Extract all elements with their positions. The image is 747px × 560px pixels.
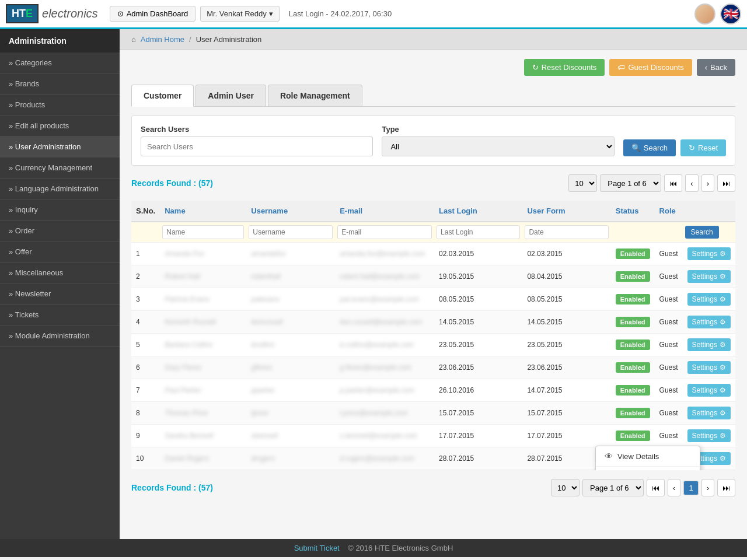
records-bar-bottom: Records Found : (57) 10 25 50 Page 1 of … bbox=[131, 476, 735, 499]
cell-settings: Settings ⚙ bbox=[683, 356, 735, 379]
search-type-select[interactable]: All Customer Guest bbox=[382, 136, 614, 156]
cell-sno: 10 bbox=[131, 447, 160, 470]
cell-email: pat.evans@example.com bbox=[335, 288, 434, 311]
sidebar-item-edit-products[interactable]: Edit all products bbox=[0, 116, 120, 136]
page-size-select-bottom[interactable]: 10 25 50 bbox=[551, 479, 580, 496]
sidebar-item-newsletter[interactable]: Newsletter bbox=[0, 284, 120, 304]
reset-discounts-button[interactable]: ↻ Reset Discounts bbox=[524, 59, 605, 76]
cell-last-login: 15.07.2015 bbox=[434, 402, 522, 425]
back-button[interactable]: ‹ Back bbox=[697, 59, 735, 76]
sidebar-item-module-admin[interactable]: Module Administration bbox=[0, 326, 120, 346]
reset-button[interactable]: ↻ Reset bbox=[680, 139, 726, 156]
cell-email: p.parker@example.com bbox=[335, 379, 434, 402]
gear-icon: ⚙ bbox=[720, 250, 726, 258]
tab-role-management[interactable]: Role Management bbox=[268, 85, 362, 106]
cell-settings: Settings ⚙ bbox=[683, 402, 735, 425]
pagination-top: 10 25 50 Page 1 of 6 ⏮ ‹ › ⏭ bbox=[568, 174, 735, 192]
menu-view-details[interactable]: 👁 View Details bbox=[596, 446, 700, 467]
search-type-field: Type All Customer Guest bbox=[382, 125, 614, 156]
sidebar-item-order[interactable]: Order bbox=[0, 220, 120, 242]
gear-icon: ⚙ bbox=[720, 432, 726, 440]
cell-email: s.bennett@example.com bbox=[335, 425, 434, 447]
first-page-btn-top[interactable]: ⏮ bbox=[664, 174, 682, 192]
cell-email: t.price@example.com bbox=[335, 402, 434, 425]
last-login: Last Login - 24.02.2017, 06:30 bbox=[289, 9, 392, 18]
dashboard-button[interactable]: ⊙ Admin DashBoard bbox=[110, 6, 196, 22]
gear-icon: ⚙ bbox=[720, 318, 726, 326]
settings-button[interactable]: Settings ⚙ bbox=[687, 316, 731, 328]
sidebar-item-miscellaneous[interactable]: Miscellaneous bbox=[0, 262, 120, 284]
submit-ticket-link[interactable]: Submit Ticket bbox=[294, 544, 340, 552]
dashboard-label: Admin DashBoard bbox=[127, 9, 189, 18]
settings-button[interactable]: Settings ⚙ bbox=[687, 293, 731, 306]
table-row: 5 Barbara Collins bcollins b.collins@exa… bbox=[131, 334, 735, 356]
first-page-btn-bottom[interactable]: ⏮ bbox=[647, 479, 665, 496]
tab-customer[interactable]: Customer bbox=[131, 85, 194, 107]
settings-button[interactable]: Settings ⚙ bbox=[687, 361, 731, 374]
sidebar-item-offer[interactable]: Offer bbox=[0, 242, 120, 262]
pagination-bottom: 10 25 50 Page 1 of 6 ⏮ ‹ 1 › ⏭ bbox=[551, 479, 735, 496]
cell-status: Enabled bbox=[611, 288, 655, 311]
cell-role: Guest bbox=[655, 356, 683, 379]
refresh-icon: ↻ bbox=[532, 63, 539, 72]
cell-email: robert.hall@example.com bbox=[335, 265, 434, 288]
settings-button[interactable]: Settings ⚙ bbox=[687, 407, 731, 419]
next-page-btn-top[interactable]: › bbox=[701, 174, 714, 192]
search-users-input[interactable] bbox=[141, 136, 373, 156]
next-page-btn-bottom[interactable]: › bbox=[701, 479, 714, 496]
last-page-btn-top[interactable]: ⏭ bbox=[717, 174, 735, 192]
search-type-label: Type bbox=[382, 125, 614, 134]
cell-name: Robert Hall bbox=[160, 265, 246, 288]
table-row: 1 Amanda Fox amandafox amanda.fox@exampl… bbox=[131, 243, 735, 265]
sidebar-item-inquiry[interactable]: Inquiry bbox=[0, 200, 120, 220]
filter-date-input[interactable] bbox=[525, 225, 608, 239]
language-flag[interactable] bbox=[720, 4, 741, 24]
filter-search-button[interactable]: Search bbox=[685, 226, 719, 239]
sidebar-item-brands[interactable]: Brands bbox=[0, 74, 120, 94]
cell-username: roberthall bbox=[246, 265, 335, 288]
col-email: E-mail bbox=[335, 201, 434, 222]
sidebar-item-tickets[interactable]: Tickets bbox=[0, 304, 120, 326]
filter-search: Search bbox=[683, 222, 735, 243]
filter-lastlogin-input[interactable] bbox=[437, 225, 520, 239]
settings-button[interactable]: Settings ⚙ bbox=[687, 429, 731, 442]
content-area: ↻ Reset Discounts 🏷 Guest Discounts ‹ Ba… bbox=[120, 50, 747, 514]
user-label: Mr. Venkat Reddy bbox=[207, 9, 267, 18]
cell-sno: 4 bbox=[131, 311, 160, 334]
prev-page-btn-bottom[interactable]: ‹ bbox=[668, 479, 680, 496]
sidebar-item-language[interactable]: Language Administration bbox=[0, 178, 120, 200]
filter-email bbox=[335, 222, 434, 243]
cell-settings: Settings ⚙ bbox=[683, 311, 735, 334]
filter-username-input[interactable] bbox=[249, 225, 333, 239]
tab-admin-user[interactable]: Admin User bbox=[196, 85, 266, 106]
sidebar-item-products[interactable]: Products bbox=[0, 94, 120, 116]
settings-button[interactable]: Settings ⚙ bbox=[687, 247, 731, 260]
last-page-btn-bottom[interactable]: ⏭ bbox=[717, 479, 735, 496]
gear-icon: ⚙ bbox=[720, 363, 726, 372]
settings-button[interactable]: Settings ⚙ bbox=[687, 270, 731, 283]
gear-icon: ⚙ bbox=[720, 295, 726, 303]
cell-name: Patricia Evans bbox=[160, 288, 246, 311]
search-button[interactable]: 🔍 Search bbox=[623, 139, 676, 156]
page-info-select-bottom[interactable]: Page 1 of 6 bbox=[582, 479, 644, 496]
layout: Administration Categories Brands Product… bbox=[0, 29, 747, 539]
cell-settings: Settings ⚙ bbox=[683, 288, 735, 311]
page-size-select-top[interactable]: 10 25 50 bbox=[568, 174, 597, 192]
table-row: 6 Gary Flores gflores g.flores@example.c… bbox=[131, 356, 735, 379]
sidebar-item-currency[interactable]: Currency Management bbox=[0, 158, 120, 178]
breadcrumb-home[interactable]: Admin Home bbox=[141, 35, 184, 44]
logo: HTE electronics bbox=[6, 4, 98, 23]
settings-button[interactable]: Settings ⚙ bbox=[687, 384, 731, 397]
menu-user-discounts[interactable]: — User Discounts bbox=[596, 467, 700, 470]
sidebar-item-categories[interactable]: Categories bbox=[0, 52, 120, 74]
settings-button[interactable]: Settings ⚙ bbox=[687, 338, 731, 351]
page-info-select-top[interactable]: Page 1 of 6 bbox=[600, 174, 661, 192]
guest-discounts-button[interactable]: 🏷 Guest Discounts bbox=[609, 59, 692, 76]
cell-user-form: 15.07.2015 bbox=[522, 402, 610, 425]
filter-email-input[interactable] bbox=[337, 225, 432, 239]
cell-settings: Settings ⚙ bbox=[683, 334, 735, 356]
filter-name-input[interactable] bbox=[162, 225, 244, 239]
prev-page-btn-top[interactable]: ‹ bbox=[685, 174, 698, 192]
sidebar-item-user-admin[interactable]: User Administration bbox=[0, 136, 120, 158]
user-dropdown[interactable]: Mr. Venkat Reddy ▾ bbox=[200, 6, 280, 22]
